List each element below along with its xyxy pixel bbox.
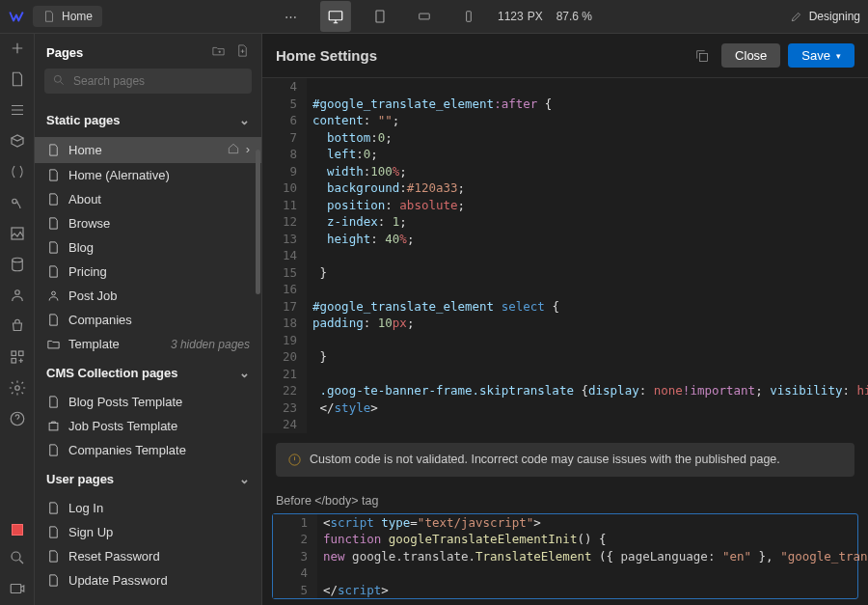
copy-icon[interactable] [694, 48, 710, 64]
code-line[interactable] [307, 281, 868, 298]
components-icon[interactable] [9, 132, 26, 150]
tablet-landscape-device-icon[interactable] [409, 1, 440, 32]
code-line[interactable]: <script type="text/javscript"> [317, 514, 868, 532]
code-line[interactable]: #google_translate_element select { [307, 298, 868, 316]
code-line[interactable]: #google_translate_element:after { [307, 96, 868, 113]
code-line[interactable]: } [307, 264, 868, 282]
code-line[interactable]: left:0; [307, 146, 868, 163]
help-icon[interactable] [9, 410, 26, 427]
page-row[interactable]: Companies Template [35, 438, 261, 462]
chevron-right-icon[interactable]: › [246, 142, 250, 158]
new-folder-icon[interactable] [211, 43, 226, 61]
code-line[interactable]: padding: 10px; [307, 315, 868, 332]
code-line[interactable] [307, 247, 868, 264]
ecommerce-icon[interactable] [9, 317, 26, 335]
more-icon[interactable]: ⋯ [276, 1, 307, 32]
search-pages-input[interactable] [44, 69, 252, 94]
canvas-width[interactable]: 1123 [498, 10, 524, 23]
user-pages-section[interactable]: User pages ⌄ [35, 462, 261, 496]
page-row[interactable]: Template3 hidden pages [35, 332, 261, 356]
line-number: 10 [262, 179, 307, 197]
code-line[interactable] [307, 416, 868, 433]
section-title: Static pages [46, 113, 121, 127]
page-icon [46, 168, 61, 182]
code-line[interactable]: new google.translate.TranslateElement ({… [317, 548, 868, 565]
viewport-controls: ⋯ 1123 PX 87.6 % [276, 0, 592, 34]
panel-scrollbar[interactable] [256, 150, 261, 605]
code-line[interactable]: } [307, 348, 868, 366]
variables-icon[interactable] [9, 163, 26, 180]
zoom-level[interactable]: 87.6 % [556, 10, 592, 23]
page-row[interactable]: Pricing [35, 260, 261, 284]
apps-icon[interactable] [9, 348, 26, 366]
video-tutorials-icon[interactable] [9, 580, 26, 597]
home-icon [227, 142, 240, 158]
code-line[interactable]: content: ""; [307, 112, 868, 129]
assets-icon[interactable] [9, 225, 26, 242]
mode-label: Designing [809, 10, 860, 23]
style-selectors-icon[interactable] [9, 194, 26, 211]
page-row[interactable]: Log In [35, 496, 261, 520]
audit-icon[interactable] [12, 524, 23, 536]
new-page-icon[interactable] [235, 43, 250, 61]
page-row[interactable]: Job Posts Template [35, 414, 261, 438]
cms-icon[interactable] [9, 256, 26, 273]
page-row[interactable]: Update Password [35, 568, 261, 592]
page-label: Template [68, 337, 163, 351]
code-line[interactable]: </script> [317, 582, 868, 599]
page-row[interactable]: Sign Up [35, 520, 261, 544]
page-row[interactable]: Home (Alernative) [35, 163, 261, 187]
page-row[interactable]: Blog Posts Template [35, 390, 261, 414]
code-line[interactable] [307, 366, 868, 383]
page-row[interactable]: Blog [35, 235, 261, 260]
code-line[interactable]: </style> [307, 399, 868, 417]
head-code-editor[interactable]: 4 5#google_translate_element:after {6con… [262, 78, 868, 433]
page-row[interactable]: Post Job [35, 284, 261, 308]
mode-toggle[interactable]: Designing [790, 10, 860, 23]
code-line[interactable]: function googleTranslateElementInit() { [317, 531, 868, 548]
add-element-icon[interactable] [9, 40, 26, 57]
code-line[interactable]: width:100%; [307, 163, 868, 180]
hidden-pages-hint: 3 hidden pages [171, 338, 250, 351]
webflow-logo-icon[interactable] [8, 8, 25, 25]
page-row[interactable]: About [35, 187, 261, 211]
line-number: 21 [262, 366, 307, 383]
static-pages-section[interactable]: Static pages ⌄ [35, 103, 261, 137]
code-line[interactable]: .goog-te-banner-frame.skiptranslate {dis… [307, 382, 868, 399]
page-row[interactable]: Reset Password [35, 544, 261, 568]
code-line[interactable] [307, 332, 868, 349]
page-row[interactable]: Home› [35, 137, 261, 163]
navigator-icon[interactable] [9, 101, 26, 119]
page-breadcrumb[interactable]: Home [33, 6, 102, 27]
search-icon[interactable] [9, 549, 26, 566]
line-number: 12 [262, 213, 307, 231]
cms-pages-section[interactable]: CMS Collection pages ⌄ [35, 356, 261, 390]
code-line[interactable]: height: 40%; [307, 231, 868, 248]
code-line[interactable]: z-index: 1; [307, 213, 868, 231]
close-button[interactable]: Close [721, 43, 780, 68]
page-row[interactable]: Browse [35, 211, 261, 235]
line-number: 5 [262, 96, 307, 113]
line-number: 23 [262, 399, 307, 417]
line-number: 1 [273, 514, 317, 532]
code-line[interactable]: position: absolute; [307, 197, 868, 214]
desktop-device-icon[interactable] [320, 1, 351, 32]
users-icon[interactable] [9, 287, 26, 304]
code-line[interactable]: background:#120a33; [307, 179, 868, 197]
save-button[interactable]: Save▾ [788, 43, 854, 68]
code-line[interactable] [307, 78, 868, 96]
page-row[interactable]: Companies [35, 308, 261, 332]
code-line[interactable] [317, 564, 868, 582]
left-rail [0, 34, 35, 605]
mobile-device-icon[interactable] [453, 1, 484, 32]
page-label: Blog Posts Template [68, 395, 250, 409]
tablet-device-icon[interactable] [365, 1, 395, 32]
code-line[interactable]: bottom:0; [307, 129, 868, 147]
page-icon [46, 549, 61, 564]
chevron-down-icon: ▾ [836, 51, 841, 61]
pages-icon[interactable] [9, 70, 26, 88]
page-icon [46, 313, 61, 327]
settings-icon[interactable] [9, 379, 26, 397]
body-code-editor[interactable]: 1<script type="text/javscript">2function… [273, 514, 857, 599]
page-label: Log In [68, 501, 250, 515]
